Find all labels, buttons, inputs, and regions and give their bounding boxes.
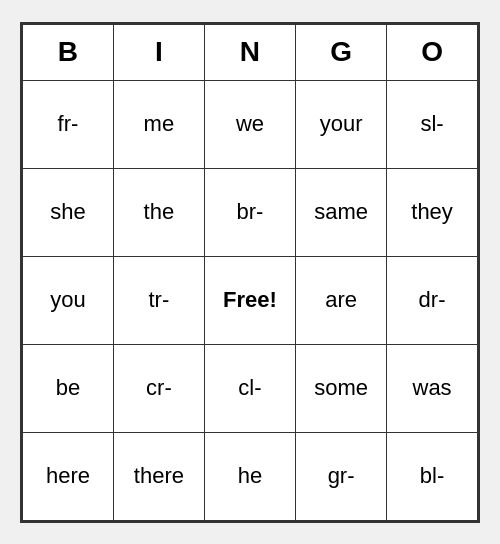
cell-0-1: me [113, 80, 204, 168]
cell-1-1: the [113, 168, 204, 256]
header-b: B [23, 24, 114, 80]
table-row: heretherehegr-bl- [23, 432, 478, 520]
cell-0-0: fr- [23, 80, 114, 168]
header-n: N [204, 24, 295, 80]
table-row: youtr-Free!aredr- [23, 256, 478, 344]
cell-2-2: Free! [204, 256, 295, 344]
bingo-table: B I N G O fr-meweyoursl-shethebr-samethe… [22, 24, 478, 521]
cell-1-4: they [387, 168, 478, 256]
cell-4-3: gr- [296, 432, 387, 520]
header-row: B I N G O [23, 24, 478, 80]
cell-1-3: same [296, 168, 387, 256]
cell-2-1: tr- [113, 256, 204, 344]
cell-1-2: br- [204, 168, 295, 256]
cell-3-0: be [23, 344, 114, 432]
cell-4-0: here [23, 432, 114, 520]
cell-4-2: he [204, 432, 295, 520]
cell-3-1: cr- [113, 344, 204, 432]
cell-3-4: was [387, 344, 478, 432]
cell-2-3: are [296, 256, 387, 344]
cell-3-3: some [296, 344, 387, 432]
cell-0-4: sl- [387, 80, 478, 168]
cell-4-1: there [113, 432, 204, 520]
cell-3-2: cl- [204, 344, 295, 432]
cell-0-3: your [296, 80, 387, 168]
bingo-card: B I N G O fr-meweyoursl-shethebr-samethe… [20, 22, 480, 523]
header-o: O [387, 24, 478, 80]
cell-0-2: we [204, 80, 295, 168]
cell-2-0: you [23, 256, 114, 344]
cell-4-4: bl- [387, 432, 478, 520]
header-i: I [113, 24, 204, 80]
cell-2-4: dr- [387, 256, 478, 344]
table-row: shethebr-samethey [23, 168, 478, 256]
table-row: becr-cl-somewas [23, 344, 478, 432]
table-row: fr-meweyoursl- [23, 80, 478, 168]
cell-1-0: she [23, 168, 114, 256]
header-g: G [296, 24, 387, 80]
